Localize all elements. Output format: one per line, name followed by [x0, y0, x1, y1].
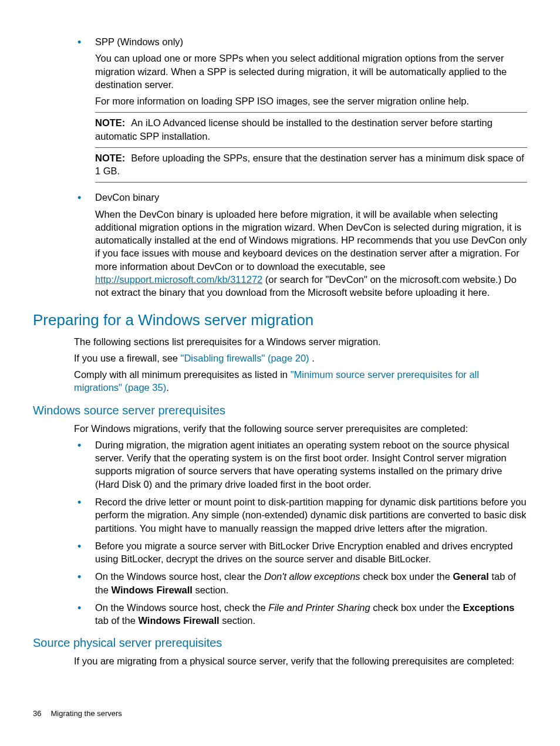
- text-run: .: [309, 353, 315, 363]
- list-item: Record the drive letter or mount point t…: [74, 495, 527, 535]
- item-paragraph: You can upload one or more SPPs when you…: [95, 52, 527, 91]
- section-heading: Preparing for a Windows server migration: [33, 310, 527, 330]
- list-item: During migration, the migration agent in…: [74, 438, 527, 491]
- subsection-heading: Windows source server prerequisites: [33, 403, 527, 418]
- text-run: tab of the: [95, 615, 138, 626]
- bold-text: Exceptions: [463, 602, 514, 613]
- list-item: Before you migrate a source server with …: [74, 539, 527, 566]
- text-run: section.: [220, 615, 255, 626]
- page-footer: 36Migrating the servers: [33, 708, 122, 719]
- paragraph: For Windows migrations, verify that the …: [74, 422, 527, 435]
- text-run: .: [166, 382, 169, 393]
- text-run: section.: [193, 585, 228, 595]
- bold-text: Windows Firewall: [112, 585, 193, 595]
- text-run: During migration, the migration agent in…: [95, 440, 509, 490]
- item-title: SPP (Windows only): [95, 35, 527, 48]
- list-item: SPP (Windows only) You can upload one or…: [74, 35, 527, 183]
- list-item: On the Windows source host, check the Fi…: [74, 601, 527, 627]
- paragraph: The following sections list prerequisite…: [74, 335, 527, 348]
- text-run: When the DevCon binary is uploaded here …: [95, 209, 527, 272]
- cross-reference-link[interactable]: "Disabling firewalls" (page 20): [181, 353, 309, 363]
- text-run: check box under the: [360, 571, 453, 582]
- item-title: DevCon binary: [95, 191, 527, 204]
- page-number: 36: [33, 709, 41, 718]
- paragraph: If you are migrating from a physical sou…: [74, 654, 527, 667]
- note-label: NOTE:: [95, 117, 125, 128]
- note-text: Before uploading the SPPs, ensure that t…: [95, 153, 524, 176]
- text-run: check box under the: [370, 602, 463, 613]
- item-paragraph: When the DevCon binary is uploaded here …: [95, 208, 527, 299]
- top-bullet-list: SPP (Windows only) You can upload one or…: [74, 35, 527, 299]
- list-item: On the Windows source host, clear the Do…: [74, 570, 527, 596]
- windows-prereq-list: During migration, the migration agent in…: [74, 438, 527, 627]
- item-paragraph: For more information on loading SPP ISO …: [95, 94, 527, 107]
- subsection-heading: Source physical server prerequisites: [33, 635, 527, 651]
- italic-text: Don't allow exceptions: [264, 571, 360, 582]
- external-link[interactable]: http://support.microsoft.com/kb/311272: [95, 274, 262, 285]
- bold-text: Windows Firewall: [138, 615, 219, 626]
- italic-text: File and Printer Sharing: [268, 602, 370, 613]
- text-run: On the Windows source host, clear the: [95, 571, 264, 582]
- text-run: If you use a firewall, see: [74, 353, 181, 363]
- footer-title: Migrating the servers: [50, 709, 122, 718]
- bold-text: General: [453, 571, 488, 582]
- note-block: NOTE:Before uploading the SPPs, ensure t…: [95, 147, 527, 183]
- paragraph: If you use a firewall, see "Disabling fi…: [74, 352, 527, 364]
- text-run: Record the drive letter or mount point t…: [95, 497, 527, 534]
- note-block: NOTE:An iLO Advanced license should be i…: [95, 112, 527, 143]
- paragraph: Comply with all minimum prerequisites as…: [74, 368, 527, 394]
- text-run: Before you migrate a source server with …: [95, 541, 513, 564]
- note-text: An iLO Advanced license should be instal…: [95, 117, 492, 141]
- note-label: NOTE:: [95, 153, 125, 163]
- list-item: DevCon binary When the DevCon binary is …: [74, 191, 527, 299]
- page-content: SPP (Windows only) You can upload one or…: [74, 35, 527, 668]
- text-run: On the Windows source host, check the: [95, 602, 268, 613]
- text-run: Comply with all minimum prerequisites as…: [74, 369, 291, 380]
